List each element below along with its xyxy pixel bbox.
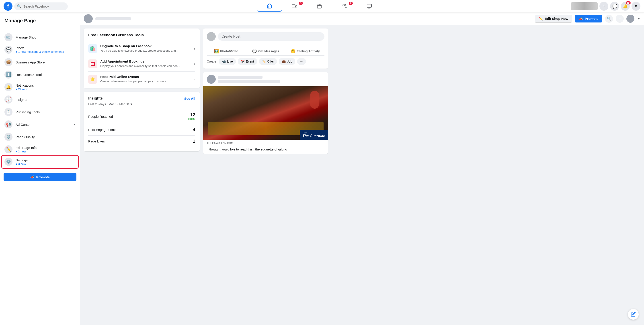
more-label: ··· [300, 60, 303, 63]
job-chip[interactable]: 💼 Job [279, 58, 295, 65]
create-post-card: Create Post 🖼️ Photo/Video 💬 Get Message… [203, 28, 328, 68]
upgrade-shop-desc: You'll be able to showcase products, cre… [100, 49, 191, 53]
top-nav: f 🔍 3 8 + 💬 🔔 19 ▼ [0, 0, 644, 12]
sidebar-item-resources-tools[interactable]: ℹ️ Resources & Tools [2, 68, 78, 81]
sidebar-item-ad-center[interactable]: 📢 Ad Center ▾ [2, 118, 78, 131]
offer-chip[interactable]: 🏷️ Offer [259, 58, 277, 65]
notifications-sub: 24 new [16, 87, 76, 91]
appointment-desc: Display your services and availability s… [100, 64, 191, 68]
facebook-logo[interactable]: f [4, 2, 12, 11]
post-author-name [218, 76, 262, 79]
offer-label: Offer [267, 60, 274, 63]
page-likes-value: 1 [193, 139, 195, 144]
post-source: THEGUARDIAN.COM [203, 140, 328, 146]
groups-badge: 8 [349, 2, 353, 5]
promote-icon: 📣 [579, 17, 583, 21]
nav-marketplace[interactable] [307, 1, 332, 11]
sidebar-item-business-app-store[interactable]: 📦 Business App Store [2, 56, 78, 68]
photo-video-button[interactable]: 🖼️ Photo/Video [207, 47, 245, 55]
live-icon: 📹 [222, 60, 226, 63]
tool-appointment-bookings[interactable]: Add Appointment Bookings Display your se… [88, 56, 195, 72]
post-engagements-value: 4 [193, 127, 195, 132]
svg-marker-0 [295, 5, 297, 7]
people-reached-change: +100% [186, 117, 195, 121]
business-tools-card: Free Facebook Business Tools 🛍️ Upgrade … [84, 28, 200, 88]
appointment-name: Add Appointment Bookings [100, 59, 191, 63]
see-all-button[interactable]: See All [184, 97, 195, 100]
sidebar-item-insights[interactable]: 📈 Insights [2, 93, 78, 106]
get-messages-icon: 💬 [252, 49, 257, 54]
main-content: Free Facebook Business Tools 🛍️ Upgrade … [80, 25, 644, 157]
tool-paid-events[interactable]: ⭐ Host Paid Online Events Create online … [88, 72, 195, 84]
sidebar-divider [4, 29, 76, 29]
resources-tools-label: Resources & Tools [16, 73, 76, 77]
ad-center-icon: 📢 [4, 120, 12, 128]
edit-shop-button[interactable]: ✏️ Edit Shop Now [535, 15, 572, 23]
sidebar-item-page-quality[interactable]: 🛡️ Page Quality [2, 131, 78, 143]
upgrade-shop-chevron: › [194, 46, 195, 51]
search-input[interactable] [23, 4, 65, 8]
insights-header: Insights See All [88, 96, 195, 101]
page-identity-blurred [571, 2, 598, 10]
menu-button[interactable]: ▼ [632, 2, 640, 11]
insights-icon: 📈 [4, 95, 12, 103]
appointment-chevron: › [194, 62, 195, 66]
sidebar-item-manage-shop[interactable]: 🛒 Manage Shop [2, 31, 78, 43]
tool-upgrade-shop[interactable]: 🛍️ Upgrade to a Shop on Facebook You'll … [88, 41, 195, 56]
nav-right: + 💬 🔔 19 ▼ [571, 2, 640, 11]
page-quality-label: Page Quality [16, 135, 76, 139]
upgrade-shop-icon: 🛍️ [88, 44, 97, 53]
job-label: Job [287, 60, 292, 63]
notifications-button[interactable]: 🔔 19 [621, 2, 630, 11]
sidebar: Manage Page 🛒 Manage Shop 💬 Inbox 1 new … [0, 12, 80, 157]
more-options-button[interactable]: ··· [616, 15, 624, 23]
nav-gaming[interactable] [357, 1, 382, 11]
sidebar-item-publishing-tools[interactable]: 📋 Publishing Tools [2, 106, 78, 118]
sidebar-item-inbox[interactable]: 💬 Inbox 1 new message & 9 new comments [2, 43, 78, 56]
get-messages-button[interactable]: 💬 Get Messages [246, 47, 285, 55]
publishing-tools-icon: 📋 [4, 108, 12, 116]
search-header-button[interactable]: 🔍 [605, 15, 613, 23]
more-chip[interactable]: ··· [297, 58, 306, 65]
edit-icon: ✏️ [538, 17, 543, 21]
edit-page-info-label: Edit Page Info [16, 146, 76, 150]
insights-period-icon[interactable]: ▼ [130, 102, 133, 106]
feeling-activity-button[interactable]: 😊 Feeling/Activity [286, 47, 324, 55]
search-bar[interactable]: 🔍 [14, 2, 68, 10]
post-subtitle [218, 80, 280, 83]
dropdown-icon[interactable]: ▼ [637, 17, 640, 20]
insights-title: Insights [88, 96, 103, 101]
page-name-blurred [95, 17, 131, 20]
add-button[interactable]: + [600, 2, 608, 11]
promote-header-button[interactable]: 📣 Promote [575, 15, 602, 22]
appointment-icon [88, 59, 97, 68]
nav-video[interactable]: 3 [282, 1, 307, 11]
sidebar-item-notifications[interactable]: 🔔 Notifications 24 new [2, 81, 78, 93]
page-icon-blurred [626, 15, 634, 23]
feeling-activity-label: Feeling/Activity [297, 49, 320, 53]
nav-groups[interactable]: 8 [332, 1, 357, 11]
promote-header-label: Promote [585, 17, 598, 20]
page-likes-label: Page Likes [88, 139, 105, 143]
post-preview-card: The The Guardian THEGUARDIAN.COM 'I thou… [203, 72, 328, 154]
guardian-badge: The The Guardian [300, 130, 328, 140]
inbox-sub: 1 new message & 9 new comments [16, 50, 76, 53]
event-label: Event [246, 60, 254, 63]
messenger-button[interactable]: 💬 [610, 2, 619, 11]
notifications-label: Notifications [16, 83, 76, 87]
sidebar-item-settings[interactable]: ⚙️ Settings 3 new [2, 156, 78, 157]
live-chip[interactable]: 📹 Live [219, 58, 236, 65]
post-image-inner: The The Guardian [203, 86, 328, 140]
nav-home[interactable] [257, 1, 282, 11]
create-label: Create [207, 60, 216, 63]
video-badge: 3 [299, 2, 303, 5]
create-post-placeholder[interactable]: Create Post [218, 32, 324, 41]
ad-center-chevron: ▾ [74, 123, 76, 126]
page-quality-icon: 🛡️ [4, 133, 12, 141]
upgrade-shop-name: Upgrade to a Shop on Facebook [100, 44, 191, 48]
people-reached-value: 12 [190, 112, 195, 117]
insights-row-post-engagements: Post Engagements 4 [88, 124, 195, 136]
right-column: Create Post 🖼️ Photo/Video 💬 Get Message… [203, 28, 328, 154]
event-chip[interactable]: 📅 Event [238, 58, 257, 65]
sidebar-item-edit-page-info[interactable]: ✏️ Edit Page Info 3 new [2, 143, 78, 156]
